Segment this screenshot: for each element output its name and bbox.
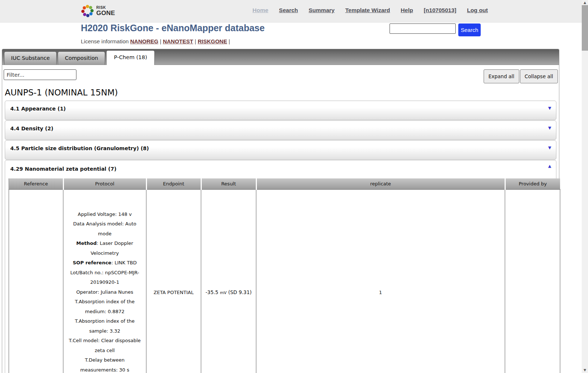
- column-header-protocol[interactable]: Protocol: [63, 178, 146, 189]
- tab-p-chem[interactable]: P-Chem (18): [106, 50, 155, 65]
- cell-provided-by: [505, 189, 560, 373]
- tab-iuc-substance[interactable]: IUC Substance: [4, 51, 57, 65]
- nav-template-wizard[interactable]: Template Wizard: [345, 7, 390, 14]
- nav-search[interactable]: Search: [279, 7, 298, 14]
- top-bar: RISK GONE Home Search Summary Template W…: [0, 0, 582, 23]
- filter-input[interactable]: [4, 69, 76, 80]
- collapse-all-button[interactable]: Collapse all: [520, 69, 558, 83]
- section-density-header[interactable]: 4.4 Density (2) ▼: [5, 120, 556, 140]
- protocol-line: SOP reference: LINK TBD: [64, 258, 146, 268]
- protocol-line: T.Cell model: Clear disposable zeta cell: [64, 336, 146, 355]
- chevron-up-icon[interactable]: ▲: [548, 164, 551, 169]
- cell-replicate: 1: [256, 189, 505, 373]
- nav-summary[interactable]: Summary: [309, 7, 335, 14]
- section-title: 4.5 Particle size distribution (Granulom…: [10, 145, 149, 151]
- license-link-nanoreg[interactable]: NANOREG: [130, 38, 158, 44]
- search-input[interactable]: [390, 23, 456, 34]
- logo-word-gone: GONE: [96, 10, 115, 16]
- section-zeta-potential-header[interactable]: 4.29 Nanomaterial zeta potential (7) ▲: [5, 160, 556, 176]
- column-header-result[interactable]: Result: [201, 178, 256, 189]
- result-value: -35.5 mV (SD 9.31): [205, 289, 252, 295]
- protocol-line: Applied Voltage: 148 v: [64, 210, 146, 220]
- license-link-nanotest[interactable]: NANOTEST: [163, 38, 193, 44]
- scrollbar-thumb[interactable]: [582, 5, 588, 51]
- expand-all-button[interactable]: Expand all: [484, 69, 519, 83]
- license-separator: |: [160, 38, 161, 44]
- nav-help[interactable]: Help: [401, 7, 413, 14]
- riskgone-logo: RISK GONE: [80, 4, 115, 18]
- section-title: 4.1 Appearance (1): [10, 106, 66, 112]
- logo-wordmark: RISK GONE: [96, 6, 115, 16]
- tab-bar: IUC Substance Composition P-Chem (18): [2, 49, 559, 65]
- search-button[interactable]: Search: [458, 23, 481, 36]
- result-sd: (SD 9.31): [228, 289, 252, 295]
- license-separator: |: [195, 38, 196, 44]
- license-link-riskgone[interactable]: RISKGONE: [198, 38, 227, 44]
- protocol-lines: Applied Voltage: 148 vData Analysis mode…: [64, 210, 146, 373]
- replicate-value: 1: [379, 290, 382, 295]
- license-line: License information NANOREG | NANOTEST |…: [81, 38, 230, 44]
- section-title: 4.29 Nanomaterial zeta potential (7): [10, 166, 116, 172]
- accordion: 4.1 Appearance (1) ▼ 4.4 Density (2) ▼ 4…: [5, 101, 556, 373]
- tab-content: Expand all Collapse all AUNPS-1 (NOMINAL…: [2, 65, 559, 373]
- protocol-line: Lot/Batch no.: npSCOPE-MJR-20190920-1: [64, 268, 146, 287]
- tab-composition[interactable]: Composition: [58, 51, 105, 65]
- cell-reference: [9, 189, 63, 373]
- nav-home[interactable]: Home: [252, 7, 268, 14]
- nav-logout[interactable]: Log out: [467, 7, 488, 14]
- vertical-scrollbar[interactable]: ▲ ▼: [582, 0, 588, 373]
- cell-result: -35.5 mV (SD 9.31): [201, 189, 256, 373]
- license-separator: |: [229, 38, 230, 44]
- nav-user-id[interactable]: [n10705013]: [424, 7, 456, 14]
- section-granulometry-header[interactable]: 4.5 Particle size distribution (Granulom…: [5, 140, 556, 160]
- endpoint-value: ZETA POTENTIAL: [154, 290, 194, 295]
- chevron-down-icon[interactable]: ▼: [548, 126, 551, 130]
- chevron-down-icon[interactable]: ▼: [548, 145, 551, 150]
- protocol-line: Operator: Juliana Nunes: [64, 287, 146, 297]
- protocol-line: T.Absorption index of the medium: 0.8872: [64, 297, 146, 316]
- table-row: Applied Voltage: 148 vData Analysis mode…: [9, 189, 560, 373]
- scroll-up-icon[interactable]: ▲: [582, 0, 588, 6]
- column-header-provided-by[interactable]: Provided by: [505, 178, 560, 189]
- logo-word-risk: RISK: [96, 6, 115, 10]
- scroll-down-icon[interactable]: ▼: [582, 367, 588, 373]
- chevron-down-icon[interactable]: ▼: [548, 106, 551, 111]
- section-zeta-potential: 4.29 Nanomaterial zeta potential (7) ▲ R…: [5, 160, 556, 373]
- result-unit: mV: [220, 290, 226, 295]
- section-appearance-header[interactable]: 4.1 Appearance (1) ▼: [5, 101, 556, 120]
- section-title: 4.4 Density (2): [10, 126, 53, 131]
- cell-protocol: Applied Voltage: 148 vData Analysis mode…: [63, 189, 146, 373]
- accordion-toolbar: Expand all Collapse all: [484, 69, 558, 83]
- substance-title: AUNPS-1 (NOMINAL 15NM): [5, 88, 557, 97]
- cell-endpoint: ZETA POTENTIAL: [146, 189, 201, 373]
- column-header-endpoint[interactable]: Endpoint: [146, 178, 201, 189]
- protocol-line: Data Analysis model: Auto mode: [64, 219, 146, 239]
- riskgone-pinwheel-icon: [80, 4, 94, 18]
- main-nav: Home Search Summary Template Wizard Help…: [252, 7, 488, 14]
- protocol-line: T.Delay between measurements: 30 s: [64, 355, 146, 373]
- table-header-row: Reference Protocol Endpoint Result repli…: [9, 178, 560, 189]
- results-table: Reference Protocol Endpoint Result repli…: [8, 178, 560, 373]
- column-header-reference[interactable]: Reference: [9, 178, 63, 189]
- main-panel: IUC Substance Composition P-Chem (18) Ex…: [2, 49, 559, 373]
- protocol-line: Method: Laser Doppler Velocimetry: [64, 239, 146, 258]
- license-label: License information: [81, 38, 129, 44]
- protocol-line: T.Absorption index of the sample: 3.32: [64, 316, 146, 336]
- column-header-replicate[interactable]: replicate: [256, 178, 505, 189]
- page-title: H2020 RiskGone - eNanoMapper database: [81, 23, 265, 33]
